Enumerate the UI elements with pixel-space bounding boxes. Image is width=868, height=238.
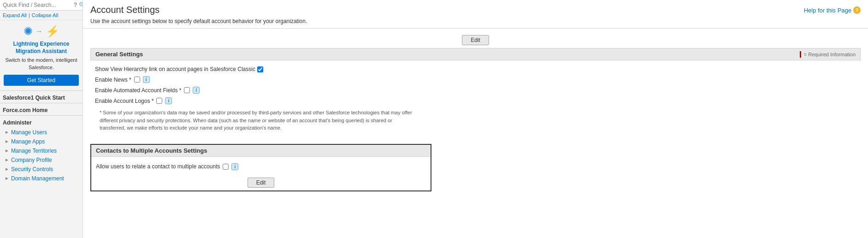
sidebar-item-domain-management[interactable]: ► Domain Management (0, 174, 83, 183)
show-hierarchy-row: Show View Hierarchy link on account page… (95, 64, 856, 74)
migration-icons: ✺ → ⚡ (24, 25, 59, 38)
required-info: = Required Information (800, 51, 856, 58)
nav-arrow-icon: ► (5, 157, 9, 162)
expand-collapse-bar: Expand All | Collapse All (0, 11, 83, 20)
cloud-icon: ✺ (24, 25, 33, 38)
contacts-settings-header: Contacts to Multiple Accounts Settings (91, 145, 431, 157)
search-bar: ? 🔍 (0, 0, 83, 11)
enable-automated-text: Enable Automated Account Fields * (95, 87, 181, 94)
allow-multiple-accounts-text: Allow users to relate a contact to multi… (96, 163, 220, 170)
general-settings-body: Show View Hierarchy link on account page… (90, 60, 861, 140)
required-info-text: = Required Information (804, 52, 856, 57)
show-hierarchy-checkbox[interactable] (257, 66, 263, 72)
administer-header: Administer (0, 116, 83, 128)
migration-subtitle: Switch to the modern, intelligent Salesf… (4, 57, 79, 71)
allow-multiple-accounts-row: Allow users to relate a contact to multi… (96, 161, 426, 172)
search-icon[interactable]: 🔍 (79, 2, 83, 8)
sidebar-item-company-profile[interactable]: ► Company Profile (0, 155, 83, 165)
contacts-settings-title: Contacts to Multiple Accounts Settings (96, 147, 207, 154)
top-edit-btn-row: Edit (90, 32, 861, 48)
lightning-icon: ⚡ (46, 25, 59, 38)
help-link[interactable]: Help for this Page ? (804, 6, 861, 14)
allow-multiple-accounts-checkbox[interactable] (223, 164, 229, 170)
enable-automated-checkbox[interactable] (184, 87, 190, 93)
footnote-text: * Some of your organization's data may b… (95, 106, 418, 137)
sidebar-item-label: Manage Users (11, 129, 47, 136)
search-input[interactable] (3, 2, 72, 8)
general-settings-header: General Settings = Required Information (90, 48, 861, 60)
nav-arrow-icon: ► (5, 130, 9, 135)
allow-multiple-accounts-info-icon[interactable]: i (231, 163, 238, 170)
help-link-text: Help for this Page (804, 7, 851, 14)
sidebar-item-label: Manage Territories (11, 148, 57, 154)
sidebar-item-manage-territories[interactable]: ► Manage Territories (0, 146, 83, 155)
nav-arrow-icon: ► (5, 139, 9, 144)
contacts-edit-btn-row: Edit (91, 175, 431, 190)
collapse-all-link[interactable]: Collapse All (32, 12, 58, 18)
enable-news-checkbox[interactable] (134, 77, 140, 83)
sidebar-item-label: Domain Management (11, 175, 64, 182)
expand-all-link[interactable]: Expand All (3, 12, 27, 18)
enable-automated-row: Enable Automated Account Fields * i (95, 85, 856, 95)
enable-logos-checkbox[interactable] (156, 98, 162, 104)
sidebar-item-label: Company Profile (11, 157, 52, 163)
arrow-right-icon: → (35, 27, 43, 36)
enable-logos-info-icon[interactable]: i (165, 97, 172, 104)
enable-logos-text: Enable Account Logos * (95, 98, 154, 104)
main-content: Account Settings Help for this Page ? Us… (83, 0, 868, 238)
contacts-settings-body: Allow users to relate a contact to multi… (91, 157, 431, 175)
sidebar-item-manage-apps[interactable]: ► Manage Apps (0, 137, 83, 146)
sidebar-item-manage-users[interactable]: ► Manage Users (0, 128, 83, 137)
sidebar-item-security-controls[interactable]: ► Security Controls (0, 165, 83, 174)
nav-arrow-icon: ► (5, 148, 9, 153)
page-header: Account Settings Help for this Page ? (83, 0, 868, 18)
help-circle-icon: ? (853, 6, 861, 14)
content-area: Edit General Settings = Required Informa… (83, 29, 868, 199)
enable-automated-info-icon[interactable]: i (193, 87, 200, 94)
get-started-button[interactable]: Get Started (4, 75, 79, 86)
show-hierarchy-label: Show View Hierarchy link on account page… (95, 66, 263, 72)
enable-news-text: Enable News * (95, 77, 131, 83)
sidebar-item-label: Security Controls (11, 166, 53, 173)
forcecom-home-label: Force.com Home (0, 103, 83, 116)
nav-arrow-icon: ► (5, 167, 9, 172)
required-red-bar (800, 51, 801, 58)
migration-assistant-box: ✺ → ⚡ Lightning ExperienceMigration Assi… (0, 20, 83, 91)
show-hierarchy-text: Show View Hierarchy link on account page… (95, 66, 255, 72)
enable-logos-row: Enable Account Logos * i (95, 95, 856, 106)
migration-title: Lightning ExperienceMigration Assistant (13, 41, 69, 55)
search-help-icon[interactable]: ? (74, 2, 77, 8)
sidebar: ? 🔍 Expand All | Collapse All ✺ → ⚡ Ligh… (0, 0, 83, 238)
top-edit-button[interactable]: Edit (462, 35, 489, 45)
enable-news-info-icon[interactable]: i (143, 76, 150, 83)
sidebar-item-label: Manage Apps (11, 138, 45, 145)
contacts-settings-box: Contacts to Multiple Accounts Settings A… (90, 144, 431, 191)
enable-news-row: Enable News * i (95, 74, 856, 85)
page-description: Use the account settings below to specif… (83, 18, 868, 28)
general-settings-title: General Settings (95, 51, 143, 58)
page-title: Account Settings (90, 5, 159, 15)
nav-arrow-icon: ► (5, 176, 9, 181)
contacts-edit-button[interactable]: Edit (248, 178, 275, 188)
salesforce1-quickstart-label: Salesforce1 Quick Start (0, 91, 83, 103)
